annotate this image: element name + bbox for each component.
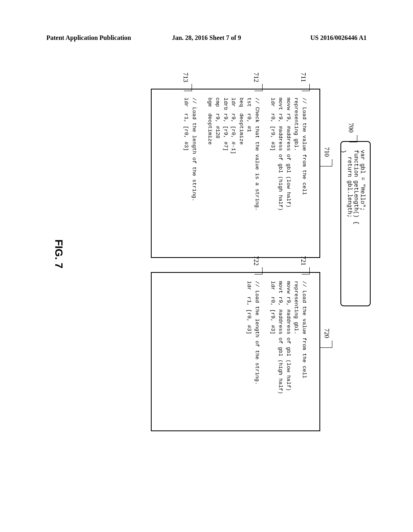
code-box-720: // Load the value from the cell represen… [151, 272, 320, 431]
ref-label-700: 700 [347, 123, 355, 133]
ref-label-720: 720 [323, 328, 330, 338]
code-710-seg2: // Check that the value is a string. tst… [207, 98, 260, 211]
bracket-700 [349, 135, 357, 142]
page-header: Patent Application Publication Jan. 28, … [0, 34, 413, 42]
code-710-seg1: // Load the value from the cell represen… [270, 98, 307, 211]
ref-label-710: 710 [323, 147, 330, 157]
bracket-721 [302, 267, 310, 274]
bracket-712 [254, 84, 263, 91]
figure-content: var gbl = "Hello"; function getLength() … [25, 88, 388, 420]
source-line-4: } [340, 150, 346, 153]
landscape-layout: var gbl = "Hello"; function getLength() … [40, 73, 373, 435]
bracket-720 [320, 341, 332, 348]
ref-label-721: 721 [300, 256, 307, 266]
figure-label: FIG. 7 [52, 239, 65, 268]
bracket-710 [320, 159, 332, 166]
source-line-1: var gbl = "Hello"; [359, 150, 366, 211]
code-710-seg3: // Load the length of the string. ldr r1… [184, 98, 198, 201]
bracket-722 [254, 267, 263, 274]
ref-label-711: 711 [300, 73, 307, 82]
source-line-2: function getLength() { [353, 150, 359, 224]
source-code-box: var gbl = "Hello"; function getLength() … [340, 141, 371, 306]
header-publication: Patent Application Publication [46, 34, 131, 42]
code-720-seg2: // Load the length of the string. ldr r1… [246, 281, 261, 384]
code-720-seg1: // Load the value from the cell represen… [270, 281, 307, 394]
ref-label-713: 713 [182, 73, 189, 82]
bracket-711 [302, 84, 310, 91]
source-line-3: return gbl.length; [346, 150, 353, 218]
code-box-710: // Load the value from the cell represen… [151, 89, 320, 258]
ref-label-712: 712 [252, 73, 260, 82]
header-patent-number: US 2016/0026446 A1 [310, 34, 367, 42]
header-date-sheet: Jan. 28, 2016 Sheet 7 of 9 [172, 34, 241, 42]
ref-label-722: 722 [252, 256, 260, 266]
bracket-713 [184, 84, 192, 91]
